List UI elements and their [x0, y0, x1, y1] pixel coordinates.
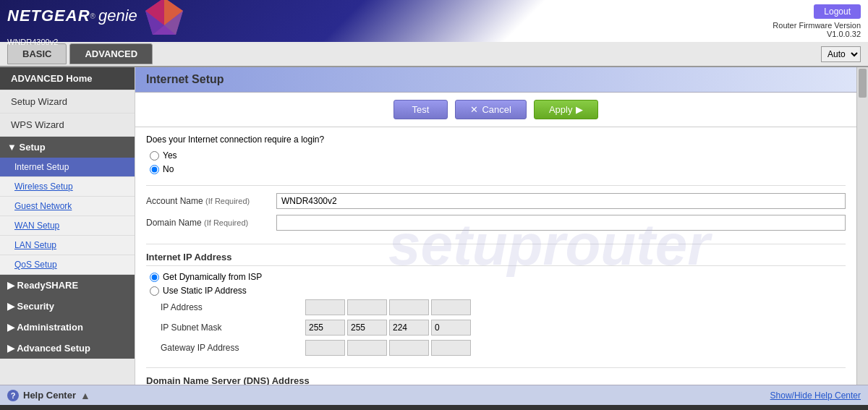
logout-button[interactable]: Logout — [814, 4, 861, 19]
yes-label: Yes — [163, 150, 177, 161]
logo-text: NETGEAR® genie — [7, 0, 184, 36]
ip-address-fields — [305, 299, 471, 315]
subnet-fields — [305, 320, 471, 336]
main-area: ADVANCED Home Setup Wizard WPS Wizard ▼ … — [0, 67, 868, 385]
sidebar-item-qos-setup[interactable]: QoS Setup — [0, 255, 135, 275]
ip-section: Internet IP Address Get Dynamically from… — [135, 244, 856, 367]
sidebar: ADVANCED Home Setup Wizard WPS Wizard ▼ … — [0, 67, 135, 385]
login-question: Does your Internet connection require a … — [146, 134, 846, 145]
apply-button[interactable]: Apply ▶ — [534, 100, 599, 119]
cancel-button[interactable]: ✕ Cancel — [455, 100, 526, 119]
radio-static[interactable] — [150, 286, 159, 296]
gateway-octet-2[interactable] — [347, 340, 387, 356]
sidebar-section-administration[interactable]: ▶ Administration — [0, 317, 135, 338]
model-name: WNDR4300v2 — [7, 38, 184, 46]
sidebar-item-internet-setup[interactable]: Internet Setup — [0, 158, 135, 177]
help-center-left: ? Help Center ▲ — [7, 390, 90, 401]
header-right: Logout Router Firmware Version V1.0.0.32 — [773, 4, 861, 38]
test-button[interactable]: Test — [393, 100, 448, 119]
scrollbar[interactable] — [856, 67, 868, 385]
firmware-version: V1.0.0.32 — [827, 30, 861, 38]
sidebar-section-setup[interactable]: ▼ Setup — [0, 137, 135, 158]
radio-static-row: Use Static IP Address — [146, 286, 846, 296]
sidebar-item-wireless-setup[interactable]: Wireless Setup — [0, 177, 135, 197]
radio-no[interactable] — [150, 165, 159, 174]
sidebar-item-wan-setup[interactable]: WAN Setup — [0, 216, 135, 236]
static-label: Use Static IP Address — [163, 286, 247, 296]
action-bar: Test ✕ Cancel Apply ▶ — [135, 93, 856, 127]
radio-yes[interactable] — [150, 151, 159, 161]
ip-octet-3[interactable] — [389, 299, 429, 315]
subnet-octet-1[interactable] — [305, 320, 345, 336]
dns-section-title: Domain Name Server (DNS) Address — [146, 375, 846, 385]
logo-reg: ® — [90, 12, 95, 20]
sidebar-item-wps-wizard[interactable]: WPS Wizard — [0, 114, 135, 137]
scroll-thumb[interactable] — [859, 69, 867, 98]
ip-octet-4[interactable] — [431, 299, 471, 315]
sidebar-item-advanced-home[interactable]: ADVANCED Home — [0, 67, 135, 90]
sidebar-item-guest-network[interactable]: Guest Network — [0, 197, 135, 216]
help-arrow-icon[interactable]: ▲ — [80, 390, 90, 401]
logo-diamond-icon — [145, 0, 184, 36]
sidebar-section-advanced-setup[interactable]: ▶ Advanced Setup — [0, 338, 135, 359]
ip-address-label: IP Address — [146, 302, 305, 312]
subnet-row: IP Subnet Mask — [146, 320, 846, 336]
page-title: Internet Setup — [135, 67, 856, 93]
help-center-bar: ? Help Center ▲ Show/Hide Help Center — [0, 385, 868, 405]
language-select[interactable]: Auto — [821, 46, 861, 62]
subnet-octet-4[interactable] — [431, 320, 471, 336]
show-hide-help-link[interactable]: Show/Hide Help Center — [770, 390, 861, 401]
apply-label: Apply — [549, 104, 573, 115]
gateway-octet-1[interactable] — [305, 340, 345, 356]
cancel-label: Cancel — [482, 104, 511, 115]
login-section: Does your Internet connection require a … — [135, 127, 856, 185]
content-wrapper: Internet Setup Test ✕ Cancel Apply ▶ Doe… — [135, 67, 868, 385]
dns-section: Domain Name Server (DNS) Address Get Aut… — [135, 368, 856, 385]
firmware-label: Router Firmware Version — [773, 21, 861, 30]
sidebar-item-setup-wizard[interactable]: Setup Wizard — [0, 90, 135, 114]
logo-area: NETGEAR® genie WNDR4300v2 — [7, 0, 184, 46]
ip-address-row: IP Address — [146, 299, 846, 315]
ip-octet-1[interactable] — [305, 299, 345, 315]
footer: Help & Support Documentation | Online Su… — [0, 405, 868, 410]
gateway-octet-3[interactable] — [389, 340, 429, 356]
gateway-octet-4[interactable] — [431, 340, 471, 356]
radio-dynamic-row: Get Dynamically from ISP — [146, 272, 846, 282]
tab-advanced[interactable]: ADVANCED — [69, 43, 153, 64]
logo-netgear: NETGEAR — [7, 7, 90, 25]
ip-octet-2[interactable] — [347, 299, 387, 315]
subnet-octet-2[interactable] — [347, 320, 387, 336]
dynamic-label: Get Dynamically from ISP — [163, 272, 262, 282]
gateway-row: Gateway IP Address — [146, 340, 846, 356]
help-question-icon: ? — [7, 390, 19, 401]
no-label: No — [163, 164, 174, 174]
header: NETGEAR® genie WNDR4300v2 Logout Router … — [0, 0, 868, 42]
tab-right: Auto — [821, 46, 861, 62]
sidebar-section-readyshare[interactable]: ▶ ReadySHARE — [0, 275, 135, 296]
radio-no-row: No — [146, 164, 846, 174]
gateway-fields — [305, 340, 471, 356]
subnet-octet-3[interactable] — [389, 320, 429, 336]
domain-name-row: Domain Name (If Required) — [146, 215, 846, 231]
account-name-label: Account Name (If Required) — [146, 196, 276, 206]
apply-arrow-icon: ▶ — [576, 104, 583, 115]
account-section: Account Name (If Required) Domain Name (… — [135, 186, 856, 244]
radio-yes-row: Yes — [146, 150, 846, 161]
domain-name-label: Domain Name (If Required) — [146, 218, 276, 228]
subnet-label: IP Subnet Mask — [146, 323, 305, 333]
logo-genie: genie — [98, 7, 137, 25]
tab-basic[interactable]: BASIC — [7, 43, 67, 64]
sidebar-item-lan-setup[interactable]: LAN Setup — [0, 236, 135, 255]
ip-section-title: Internet IP Address — [146, 252, 846, 266]
sidebar-section-security[interactable]: ▶ Security — [0, 296, 135, 317]
account-name-row: Account Name (If Required) — [146, 193, 846, 209]
tabs: BASIC ADVANCED — [7, 43, 153, 64]
domain-name-input[interactable] — [276, 215, 846, 231]
gateway-label: Gateway IP Address — [146, 343, 305, 353]
help-center-title: Help Center — [23, 390, 76, 401]
account-name-input[interactable] — [276, 193, 846, 209]
cancel-x-icon: ✕ — [470, 104, 478, 115]
content-area: Internet Setup Test ✕ Cancel Apply ▶ Doe… — [135, 67, 856, 385]
firmware-info: Router Firmware Version V1.0.0.32 — [773, 21, 861, 38]
radio-dynamic[interactable] — [150, 273, 159, 282]
